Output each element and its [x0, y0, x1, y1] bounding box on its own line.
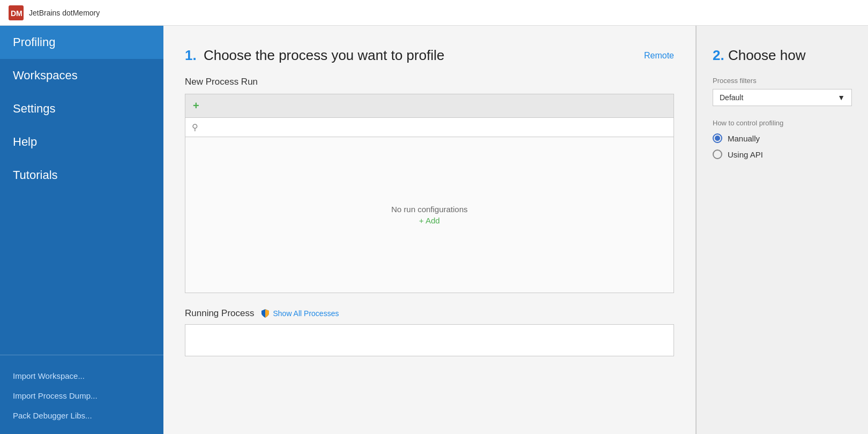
import-workspace-link[interactable]: Import Workspace... — [0, 366, 163, 386]
add-config-button[interactable]: + Add — [419, 216, 440, 225]
empty-state: No run configurations + Add — [185, 137, 674, 293]
show-all-label: Show All Processes — [273, 309, 339, 318]
remote-link[interactable]: Remote — [644, 51, 674, 61]
step1-title: 1. Choose the process you want to profil… — [185, 47, 444, 64]
import-process-dump-link[interactable]: Import Process Dump... — [0, 386, 163, 406]
step2-heading: 2. Choose how — [713, 47, 852, 64]
step1-number: 1. — [185, 47, 197, 63]
radio-group: Manually Using API — [713, 133, 852, 159]
step1-heading: 1. Choose the process you want to profil… — [185, 47, 674, 64]
step2-panel: 2. Choose how Process filters Default ▼ … — [697, 26, 868, 434]
no-config-message: No run configurations — [391, 205, 468, 214]
step1-panel: 1. Choose the process you want to profil… — [163, 26, 697, 434]
how-control-label: How to control profiling — [713, 119, 852, 127]
add-config-bar[interactable]: + — [185, 94, 674, 118]
sidebar-divider — [0, 355, 163, 355]
search-icon: ⚲ — [192, 122, 198, 132]
radio-manually-inner — [715, 136, 720, 141]
title-bar: DM JetBrains dotMemory — [0, 0, 868, 26]
add-icon: + — [193, 100, 199, 112]
app-title: JetBrains dotMemory — [29, 9, 100, 17]
radio-manually[interactable]: Manually — [713, 133, 852, 143]
step1-title-text: Choose the process you want to profile — [204, 47, 444, 63]
new-process-run-box: + ⚲ No run configurations + Add — [185, 94, 674, 293]
radio-using-api-circle — [713, 149, 722, 159]
search-bar: ⚲ — [185, 118, 674, 137]
sidebar-item-profiling[interactable]: Profiling — [0, 26, 163, 59]
radio-using-api[interactable]: Using API — [713, 149, 852, 159]
dropdown-chevron-icon: ▼ — [837, 93, 845, 102]
show-all-processes-link[interactable]: Show All Processes — [260, 309, 339, 318]
sidebar-item-settings[interactable]: Settings — [0, 92, 163, 125]
radio-using-api-label: Using API — [728, 150, 763, 159]
radio-manually-label: Manually — [728, 134, 760, 143]
pack-debugger-libs-link[interactable]: Pack Debugger Libs... — [0, 406, 163, 425]
sidebar-item-tutorials[interactable]: Tutorials — [0, 159, 163, 192]
content-area: 1. Choose the process you want to profil… — [163, 26, 868, 434]
process-filters-value: Default — [720, 93, 743, 102]
sidebar: Profiling Workspaces Settings Help Tutor… — [0, 26, 163, 434]
step2-number: 2. — [713, 47, 724, 63]
search-input[interactable] — [203, 123, 667, 132]
app-logo: DM — [9, 5, 24, 20]
new-process-run-label: New Process Run — [185, 77, 674, 87]
running-process-table — [185, 324, 674, 356]
add-label: + Add — [419, 216, 440, 225]
svg-text:DM: DM — [11, 9, 23, 18]
main-layout: Profiling Workspaces Settings Help Tutor… — [0, 26, 868, 434]
sidebar-nav: Profiling Workspaces Settings Help Tutor… — [0, 26, 163, 350]
step2-title: Choose how — [728, 47, 806, 63]
sidebar-bottom: Import Workspace... Import Process Dump.… — [0, 360, 163, 434]
running-process-label: Running Process — [185, 308, 254, 319]
radio-manually-circle — [713, 133, 722, 143]
running-process-header: Running Process Show All Processes — [185, 308, 674, 319]
shield-icon — [260, 309, 270, 318]
sidebar-item-help[interactable]: Help — [0, 125, 163, 159]
process-filters-label: Process filters — [713, 77, 852, 85]
process-filters-dropdown[interactable]: Default ▼ — [713, 89, 852, 106]
sidebar-item-workspaces[interactable]: Workspaces — [0, 59, 163, 92]
